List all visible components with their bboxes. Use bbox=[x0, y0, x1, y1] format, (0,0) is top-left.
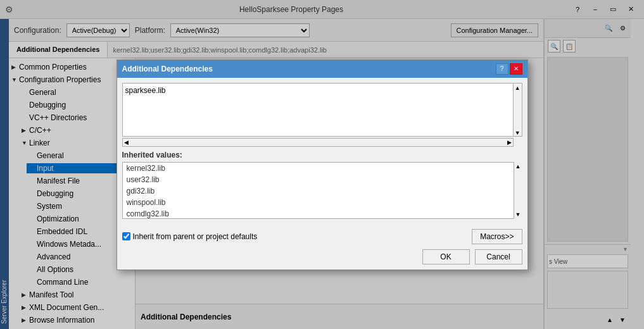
list-item: user32.lib bbox=[123, 174, 522, 185]
inherit-checkbox-label[interactable]: Inherit from parent or project defaults bbox=[122, 232, 258, 241]
list-item: kernel32.lib bbox=[123, 163, 522, 174]
list-item: comdlg32.lib bbox=[123, 208, 522, 219]
input-area: sparksee.lib ▲ ▼ bbox=[122, 83, 522, 137]
horiz-scroll-area: ◀ ▶ bbox=[122, 138, 522, 147]
scroll-corner bbox=[514, 138, 522, 147]
inherit-label-text: Inherit from parent or project defaults bbox=[133, 232, 258, 241]
modal-title-bar: Additional Dependencies ? ✕ bbox=[117, 60, 527, 78]
modal-title-controls: ? ✕ bbox=[496, 63, 522, 75]
inherited-values-label: Inherited values: bbox=[122, 147, 522, 162]
modal-close-button[interactable]: ✕ bbox=[510, 63, 522, 75]
dependencies-input[interactable]: sparksee.lib bbox=[122, 83, 514, 137]
modal-overlay: Additional Dependencies ? ✕ sparksee.lib… bbox=[0, 0, 644, 329]
horiz-scrollbar[interactable]: ◀ ▶ bbox=[122, 138, 514, 147]
inherit-checkbox[interactable] bbox=[122, 232, 130, 240]
inherited-values-list: kernel32.lib user32.lib gdi32.lib winspo… bbox=[122, 162, 522, 219]
modal-content: sparksee.lib ▲ ▼ ◀ ▶ Inherited values: bbox=[117, 78, 527, 224]
list-item: gdi32.lib bbox=[123, 185, 522, 197]
ok-button[interactable]: OK bbox=[422, 249, 470, 264]
cancel-button[interactable]: Cancel bbox=[475, 249, 522, 264]
macros-button[interactable]: Macros>> bbox=[472, 229, 522, 244]
dialog-buttons: OK Cancel bbox=[117, 249, 527, 270]
modal-footer: Inherit from parent or project defaults … bbox=[117, 224, 527, 249]
footer-buttons: Macros>> bbox=[472, 229, 522, 244]
list-scrollbar[interactable]: ▲ ▼ bbox=[514, 162, 522, 219]
modal-help-button[interactable]: ? bbox=[496, 63, 508, 75]
inherited-list-container: kernel32.lib user32.lib gdi32.lib winspo… bbox=[122, 162, 522, 219]
text-area-scrollbar[interactable]: ▲ ▼ bbox=[514, 83, 522, 137]
list-item: winspool.lib bbox=[123, 197, 522, 208]
additional-dependencies-dialog: Additional Dependencies ? ✕ sparksee.lib… bbox=[117, 59, 528, 270]
modal-title: Additional Dependencies bbox=[122, 65, 213, 73]
